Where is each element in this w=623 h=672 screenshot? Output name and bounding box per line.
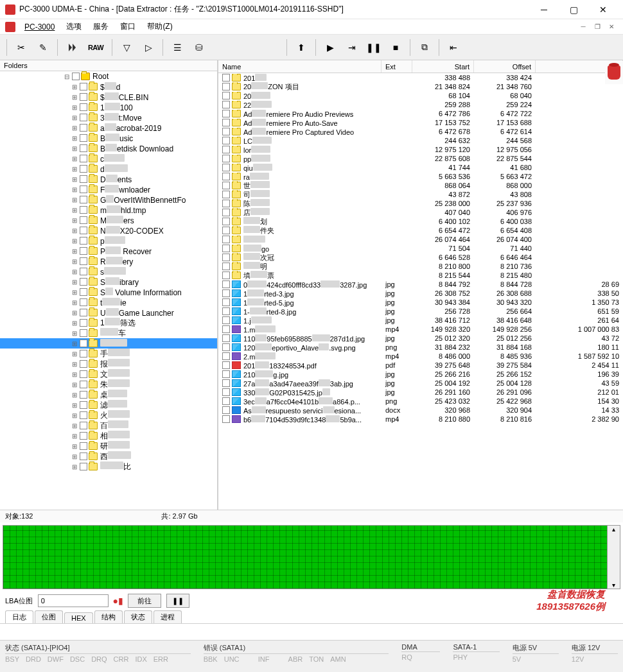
list-row[interactable]: 120eportivo_Alave.svg.pngpng31 884 23231…	[218, 343, 623, 352]
copy-icon[interactable]: ⧉	[414, 38, 435, 57]
tab-5[interactable]: 进程	[154, 610, 182, 623]
tree-item[interactable]: ⊞比	[0, 461, 217, 472]
tree-item[interactable]: ⊞Mers	[0, 215, 217, 225]
list-row[interactable]: Adremiere Pro Audio Previews6 472 7866 4…	[218, 109, 623, 118]
tree-item[interactable]: ⊞火	[0, 410, 217, 420]
filter-icon[interactable]: ▽	[116, 38, 137, 57]
tree-item[interactable]: ⊞朱	[0, 379, 217, 390]
list-row[interactable]: 210g.jpgjpg25 266 21625 266 152196 39	[218, 370, 623, 379]
note-icon[interactable]: ✎	[33, 38, 53, 57]
list-row[interactable]: Adremiere Pro Captured Video6 472 6786 4…	[218, 127, 623, 136]
tree-item[interactable]: ⊞aacrobat-2019	[0, 123, 217, 133]
tree-item[interactable]: ⊞3t:Move	[0, 112, 217, 123]
list-row[interactable]: 1rted-3.jpgjpg26 308 75226 308 688338 50	[218, 289, 623, 298]
list-row[interactable]: 世868 064868 000	[218, 181, 623, 190]
raw-button[interactable]: RAW	[83, 38, 108, 57]
tree-item[interactable]: ⊞d	[0, 164, 217, 174]
list-row[interactable]: 件夹6 654 4726 654 408	[218, 226, 623, 235]
tab-1[interactable]: 位图	[35, 610, 63, 623]
list-row[interactable]: b67104d539d9fc13485b9a...mp48 210 8808 2…	[218, 415, 623, 424]
list-icon[interactable]: ☰	[167, 38, 188, 57]
list-row[interactable]: qiu41 74441 680	[218, 163, 623, 172]
tree-item[interactable]: ⊞文	[0, 369, 217, 379]
exit-icon[interactable]: ⇤	[443, 38, 464, 57]
tree-item[interactable]: ⊞c	[0, 153, 217, 164]
col-ext[interactable]: Ext	[382, 60, 412, 73]
tree-item[interactable]: ⊞	[0, 338, 217, 349]
list-row[interactable]: 陈25 238 00025 237 936	[218, 199, 623, 208]
list-row[interactable]: lor12 975 12012 975 056	[218, 145, 623, 154]
search-icon[interactable]	[62, 38, 82, 57]
list-row[interactable]: LC244 632244 568	[218, 136, 623, 145]
list-row[interactable]: 1-rted-8.jpgjpg256 728256 664651 59	[218, 307, 623, 316]
tab-4[interactable]: 状态	[124, 610, 152, 623]
tree-item[interactable]: ⊞相	[0, 431, 217, 441]
tree-item[interactable]: ⊞报	[0, 359, 217, 369]
menu-help[interactable]: 帮助(Z)	[142, 20, 177, 33]
tree-item[interactable]: ⊞桌	[0, 390, 217, 400]
tree-item[interactable]: ⊞Rery	[0, 256, 217, 266]
mdi-close[interactable]: ✕	[605, 22, 618, 32]
tree-item[interactable]: ⊞S Volume Information	[0, 287, 217, 297]
list-row[interactable]: 0424cdf60fff8cd333287.jpgjpg8 844 7928 8…	[218, 280, 623, 289]
list-row[interactable]: ra5 663 5365 663 472	[218, 172, 623, 181]
tree-item[interactable]: ⊞Betdisk Download	[0, 143, 217, 153]
skip-icon[interactable]: ⇥	[342, 38, 362, 57]
close-button[interactable]: ✕	[588, 0, 618, 19]
maximize-button[interactable]: ▢	[559, 0, 588, 19]
list-row[interactable]: 司43 87243 808	[218, 190, 623, 199]
list-row[interactable]: 20ZON 项目21 348 82421 348 760	[218, 82, 623, 91]
play-icon[interactable]: ▶	[320, 38, 340, 57]
tab-0[interactable]: 日志	[5, 610, 33, 623]
tree-item[interactable]: ⊞$CLE.BIN	[0, 92, 217, 102]
stop-icon[interactable]: ■	[385, 38, 406, 57]
tree-item[interactable]: ⊞mhld.tmp	[0, 205, 217, 215]
list-row[interactable]: 划6 400 1026 400 038	[218, 217, 623, 226]
list-row[interactable]: 11095feb6958885287d1d.jpgjpg25 012 32025…	[218, 334, 623, 343]
list-row[interactable]: 填票8 215 5448 215 480	[218, 271, 623, 280]
tree-item[interactable]: ⊞手	[0, 349, 217, 359]
list-row[interactable]: Asresupuesto serviciesiona...docx320 968…	[218, 406, 623, 415]
file-list[interactable]: 201338 488338 42420ZON 项目21 348 82421 34…	[218, 73, 623, 510]
sector-scrollbar[interactable]: ▴▾	[607, 526, 620, 589]
tools-icon[interactable]: ✂	[11, 38, 31, 57]
tree-icon[interactable]: ⛁	[189, 38, 209, 57]
mdi-restore[interactable]: ❐	[591, 22, 604, 32]
list-row[interactable]: 2.mmp48 486 0008 485 9361 587 592 10	[218, 352, 623, 361]
col-start[interactable]: Start	[412, 60, 474, 73]
tree-item[interactable]: ⊞研	[0, 441, 217, 451]
list-row[interactable]: 1.mmp4149 928 320149 928 2561 007 000 83	[218, 325, 623, 334]
tree-item[interactable]: ⊞tie	[0, 297, 217, 307]
lba-input[interactable]	[38, 594, 109, 607]
list-row[interactable]: 次冠6 646 5286 646 464	[218, 253, 623, 262]
tree-root[interactable]: ⊟Root	[0, 71, 217, 82]
list-row[interactable]: 1.jjpg38 416 71238 416 648261 64	[218, 316, 623, 325]
go-button[interactable]: 前往	[128, 594, 161, 608]
menu-options[interactable]: 选项	[61, 20, 87, 33]
list-row[interactable]: 3eca7f6cc04e4101ba864.p...png25 423 0322…	[218, 397, 623, 406]
list-row[interactable]: pp22 875 60822 875 544	[218, 154, 623, 163]
pause-button-lba[interactable]: ❚❚	[166, 594, 189, 608]
record-icon[interactable]: ●▮	[114, 596, 123, 605]
list-row[interactable]: go71 50471 440	[218, 244, 623, 253]
tab-3[interactable]: 结构	[94, 610, 123, 623]
tree-item[interactable]: ⊞车	[0, 328, 217, 338]
tree-item[interactable]: ⊞s	[0, 266, 217, 277]
tree-item[interactable]: ⊞NX20-CODEX	[0, 225, 217, 236]
menu-window[interactable]: 窗口	[115, 20, 141, 33]
sector-map[interactable]: ▴▾	[3, 525, 620, 589]
tree-item[interactable]: ⊞1100	[0, 102, 217, 112]
add-folder-icon[interactable]: ▷	[138, 38, 159, 57]
list-row[interactable]: 330G02P0315425.jpjpg26 291 16026 291 096…	[218, 388, 623, 397]
list-row[interactable]: 明8 210 8008 210 736	[218, 262, 623, 271]
tree-item[interactable]: ⊞Fwnloader	[0, 184, 217, 194]
tree-item[interactable]: ⊞p	[0, 236, 217, 246]
mdi-minimize[interactable]: ─	[577, 22, 590, 32]
tree-item[interactable]: ⊞$d	[0, 82, 217, 92]
list-row[interactable]: 201183248534.pdfpdf39 275 64839 275 5842…	[218, 361, 623, 370]
list-row[interactable]: 1rted-5.jpgjpg30 943 38430 943 3201 350 …	[218, 298, 623, 307]
tree-item[interactable]: ⊞Busic	[0, 133, 217, 143]
list-row[interactable]: 26 074 46426 074 400	[218, 235, 623, 244]
tree-item[interactable]: ⊞Sibrary	[0, 277, 217, 287]
tree-item[interactable]: ⊞1筛选	[0, 318, 217, 328]
